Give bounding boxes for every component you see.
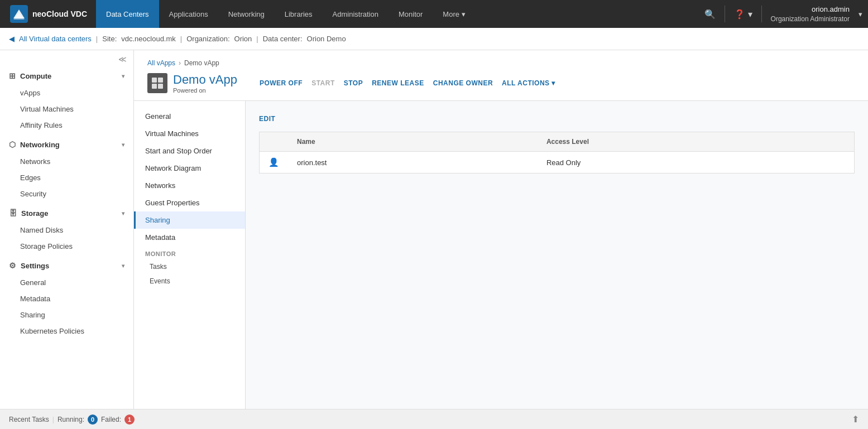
sidebar-collapse-area: ≪ [0, 50, 133, 66]
org-value: Orion [234, 35, 252, 43]
sidebar-group-settings-label: Settings [21, 262, 49, 270]
settings-arrow-icon: ▾ [122, 263, 124, 269]
sidebar-collapse-button[interactable]: ≪ [118, 55, 127, 64]
sidebar-item-kubernetes-policies[interactable]: Kubernetes Policies [0, 323, 133, 339]
recent-tasks-label: Recent Tasks [9, 416, 49, 423]
sidebar-item-security[interactable]: Security [0, 186, 133, 202]
nav-applications[interactable]: Applications [159, 0, 218, 28]
sidebar: ≪ ⊞ Compute ▾ vApps Virtual Machines Aff… [0, 50, 134, 409]
nav-networking[interactable]: Networking [218, 0, 275, 28]
sidebar-item-storage-policies[interactable]: Storage Policies [0, 238, 133, 254]
stop-button[interactable]: STOP [344, 77, 363, 89]
content-sidenav: General Virtual Machines Start and Stop … [134, 101, 246, 409]
user-menu[interactable]: orion.admin Organization Administrator [764, 4, 856, 24]
sidebar-group-compute[interactable]: ⊞ Compute ▾ [0, 67, 133, 85]
nav-libraries[interactable]: Libraries [275, 0, 323, 28]
sidenav-network-diagram[interactable]: Network Diagram [134, 160, 245, 177]
back-arrow-icon: ◀ [9, 35, 15, 43]
recent-tasks-section: Recent Tasks | Running: 0 Failed: 1 [9, 414, 135, 425]
sidenav-general[interactable]: General [134, 108, 245, 125]
vapp-title-text: Demo vApp Powered on [173, 73, 237, 94]
sidebar-item-general[interactable]: General [0, 274, 133, 291]
inner-breadcrumb: All vApps › Demo vApp [147, 59, 855, 67]
table-row: 👤 orion.test Read Only [260, 152, 855, 173]
networking-arrow-icon: ▾ [122, 142, 124, 148]
username: orion.admin [771, 4, 850, 15]
status-bar-right: ⬆ [852, 414, 859, 425]
vapp-header: All vApps › Demo vApp Demo vAp [134, 50, 868, 101]
sidebar-item-vapps[interactable]: vApps [0, 85, 133, 101]
sidebar-section-networking: ⬡ Networking ▾ Networks Edges Security [0, 134, 133, 203]
sidebar-group-compute-label: Compute [20, 72, 51, 80]
all-actions-button[interactable]: ALL ACTIONS ▾ [502, 77, 555, 89]
col-icon [260, 132, 289, 152]
col-access-level: Access Level [538, 132, 855, 152]
breadcrumb-bar: ◀ All Virtual data centers | Site: vdc.n… [0, 28, 868, 50]
compute-arrow-icon: ▾ [122, 73, 124, 79]
main-panel: EDIT Name Access Level 👤 [246, 101, 868, 409]
user-dropdown-icon[interactable]: ▾ [859, 10, 862, 18]
running-label: Running: [57, 416, 84, 423]
sidebar-section-settings: ⚙ Settings ▾ General Metadata Sharing Ku… [0, 256, 133, 340]
nav-right-area: 🔍 ❓ ▾ orion.admin Organization Administr… [698, 0, 862, 28]
vapp-title-row: Demo vApp Powered on POWER OFF START STO… [147, 73, 855, 94]
all-vdcs-link[interactable]: All Virtual data centers [19, 35, 92, 43]
sidebar-item-virtual-machines[interactable]: Virtual Machines [0, 101, 133, 117]
change-owner-button[interactable]: CHANGE OWNER [433, 77, 493, 89]
sidenav-start-stop-order[interactable]: Start and Stop Order [134, 142, 245, 160]
status-bar-collapse-icon[interactable]: ⬆ [852, 414, 859, 424]
sidebar-item-affinity-rules[interactable]: Affinity Rules [0, 117, 133, 133]
svg-rect-3 [152, 78, 157, 83]
sidebar-item-metadata[interactable]: Metadata [0, 291, 133, 307]
storage-arrow-icon: ▾ [122, 210, 124, 216]
sidenav-tasks[interactable]: Tasks [134, 259, 245, 274]
brand-icon [10, 5, 28, 23]
sidenav-guest-properties[interactable]: Guest Properties [134, 194, 245, 211]
svg-rect-6 [158, 84, 163, 89]
vapp-status: Powered on [173, 87, 237, 94]
breadcrumb-arrow: › [179, 59, 181, 67]
all-vapps-link[interactable]: All vApps [147, 59, 175, 67]
content-layout: General Virtual Machines Start and Stop … [134, 101, 868, 409]
sidebar-section-storage: 🗄 Storage ▾ Named Disks Storage Policies [0, 203, 133, 256]
running-count-badge: 0 [88, 414, 98, 425]
nav-monitor[interactable]: Monitor [389, 0, 433, 28]
help-button[interactable]: ❓ ▾ [727, 0, 759, 28]
sidebar-item-networks[interactable]: Networks [0, 153, 133, 170]
nav-administration[interactable]: Administration [323, 0, 389, 28]
sidenav-events[interactable]: Events [134, 274, 245, 288]
power-off-button[interactable]: POWER OFF [260, 77, 303, 89]
sidebar-item-sharing[interactable]: Sharing [0, 307, 133, 323]
brand-logo-area: neoCloud VDC [6, 5, 96, 23]
sidebar-group-networking[interactable]: ⬡ Networking ▾ [0, 136, 133, 153]
sidebar-item-edges[interactable]: Edges [0, 170, 133, 186]
brand-name: neoCloud VDC [32, 9, 87, 18]
sidebar-item-named-disks[interactable]: Named Disks [0, 222, 133, 238]
svg-rect-4 [158, 78, 163, 83]
sidebar-group-settings[interactable]: ⚙ Settings ▾ [0, 257, 133, 274]
row-name: orion.test [288, 152, 538, 173]
nav-data-centers[interactable]: Data Centers [96, 0, 159, 28]
edit-button[interactable]: EDIT [259, 115, 275, 123]
top-navigation: neoCloud VDC Data Centers Applications N… [0, 0, 868, 28]
search-button[interactable]: 🔍 [698, 0, 722, 28]
status-bar: Recent Tasks | Running: 0 Failed: 1 ⬆ [0, 409, 868, 429]
renew-lease-button[interactable]: RENEW LEASE [372, 77, 424, 89]
sidenav-metadata[interactable]: Metadata [134, 229, 245, 246]
networking-icon: ⬡ [9, 140, 16, 149]
table-body: 👤 orion.test Read Only [260, 152, 855, 173]
sidenav-networks[interactable]: Networks [134, 177, 245, 194]
vapp-name: Demo vApp [173, 73, 237, 87]
user-role: Organization Administrator [771, 15, 850, 24]
vapp-icon [147, 73, 167, 93]
compute-icon: ⊞ [9, 71, 16, 80]
sidenav-sharing[interactable]: Sharing [134, 211, 245, 229]
vapp-title-area: Demo vApp Powered on [147, 73, 237, 94]
org-label: Organization: [186, 35, 229, 43]
nav-more[interactable]: More ▾ [433, 0, 475, 28]
sidebar-group-storage[interactable]: 🗄 Storage ▾ [0, 204, 133, 222]
col-name: Name [288, 132, 538, 152]
table-header-row: Name Access Level [260, 132, 855, 152]
sidenav-virtual-machines[interactable]: Virtual Machines [134, 125, 245, 142]
row-access-level: Read Only [538, 152, 855, 173]
